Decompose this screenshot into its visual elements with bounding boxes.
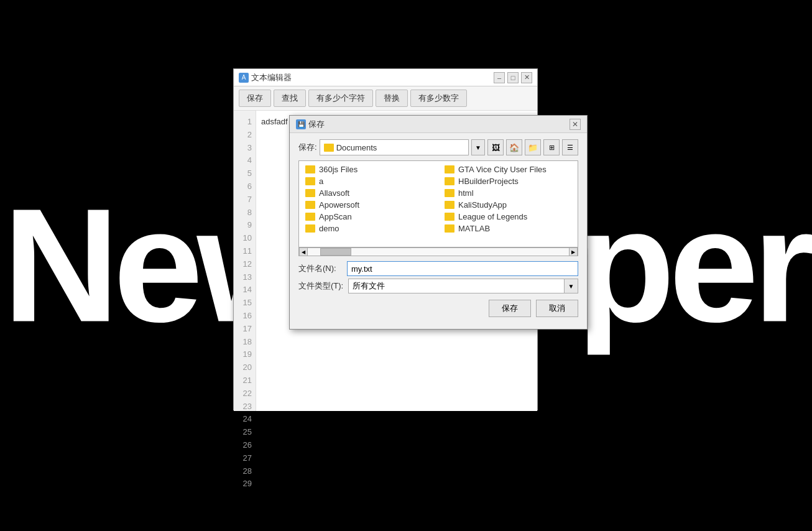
line-num-22: 22 [238,387,252,400]
filetype-row: 文件类型(T): 所有文件 ▼ [298,279,578,293]
filename-label: 文件名(N): [298,263,342,274]
dialog-cancel-button[interactable]: 取消 [536,300,578,317]
minimize-button[interactable]: – [494,72,505,83]
location-path-text: Documents [336,143,377,152]
folder-icon-gta [445,165,454,173]
scroll-thumb[interactable] [320,248,351,256]
toolbar-photo-icon[interactable]: 🖼 [487,139,504,155]
file-list-right: GTA Vice City User Files HBuilderProject… [438,161,578,247]
filetype-dropdown-button[interactable]: ▼ [565,279,578,293]
folder-icon-appscan [305,213,315,221]
file-list-left: 360js Files a Allavsoft Apowersoft AppSc… [299,161,438,247]
folder-icon-matlab [445,224,454,233]
line-num-16: 16 [238,310,252,323]
save-dialog: 💾 保存 ✕ 保存: Documents ▼ 🖼 🏠 📁 ⊞ ☰ [289,115,588,330]
file-item-appscan-label: AppScan [319,212,352,221]
folder-icon-html [445,189,454,197]
toolbar-grid-icon[interactable]: ⊞ [543,139,560,155]
line-num-10: 10 [238,232,252,245]
horizontal-scrollbar[interactable]: ◀ ▶ [298,247,578,256]
file-item-lol[interactable]: League of Legends [438,211,578,223]
line-numbers: 1 2 3 4 5 6 7 8 9 10 11 12 13 14 15 16 1… [234,111,256,411]
file-list-area: 360js Files a Allavsoft Apowersoft AppSc… [298,160,578,247]
file-item-apowersoft[interactable]: Apowersoft [299,199,438,211]
dialog-titlebar: 💾 保存 ✕ [290,116,587,133]
close-button[interactable]: ✕ [521,72,532,83]
filetype-wrapper: 所有文件 ▼ [348,279,578,293]
file-item-gta[interactable]: GTA Vice City User Files [438,164,578,175]
line-num-12: 12 [238,258,252,271]
location-dropdown-button[interactable]: ▼ [471,139,485,155]
line-num-19: 19 [238,348,252,361]
char-count-toolbar-button[interactable]: 有多少个字符 [308,90,373,107]
filetype-label: 文件类型(T): [298,280,343,292]
line-num-26: 26 [238,439,252,452]
replace-toolbar-button[interactable]: 替换 [376,90,408,107]
scroll-track[interactable] [308,248,569,256]
title-icon: A [239,73,249,83]
folder-icon-allavsoft [305,189,315,197]
dialog-save-button[interactable]: 保存 [489,300,531,317]
line-num-24: 24 [238,413,252,426]
dialog-body: 保存: Documents ▼ 🖼 🏠 📁 ⊞ ☰ 360js Files [290,133,587,323]
line-num-4: 4 [238,154,252,167]
maximize-button[interactable]: □ [507,72,519,83]
location-label: 保存: [298,142,317,153]
line-num-6: 6 [238,180,252,193]
toolbar-newdir-icon[interactable]: 📁 [525,139,541,155]
file-item-appscan[interactable]: AppScan [299,211,438,223]
line-num-8: 8 [238,206,252,219]
save-toolbar-button[interactable]: 保存 [239,90,271,107]
file-item-kali[interactable]: KaliStudyApp [438,199,578,211]
line-num-9: 9 [238,219,252,232]
filename-input[interactable] [347,261,578,276]
line-num-27: 27 [238,452,252,465]
file-item-hbuilder[interactable]: HBuilderProjects [438,175,578,187]
line-num-29: 29 [238,478,252,491]
scroll-right-button[interactable]: ▶ [569,247,578,256]
line-num-7: 7 [238,193,252,206]
file-item-matlab[interactable]: MATLAB [438,223,578,234]
file-item-apowersoft-label: Apowersoft [319,200,359,210]
line-num-13: 13 [238,271,252,284]
line-num-21: 21 [238,374,252,387]
window-titlebar: A 文本编辑器 – □ ✕ [234,69,537,86]
toolbar-home-icon[interactable]: 🏠 [506,139,522,155]
num-count-toolbar-button[interactable]: 有多少数字 [410,90,467,107]
file-item-allavsoft-label: Allavsoft [319,188,349,198]
folder-icon-kali [445,201,454,209]
window-title-text: 文本编辑器 [251,72,292,83]
folder-icon-lol [445,213,454,221]
file-item-360js-label: 360js Files [319,165,358,174]
find-toolbar-button[interactable]: 查找 [274,90,306,107]
line-num-17: 17 [238,323,252,336]
filetype-value: 所有文件 [353,280,385,292]
line-num-14: 14 [238,284,252,297]
dialog-close-button[interactable]: ✕ [570,119,581,130]
file-item-360js[interactable]: 360js Files [299,164,438,175]
folder-icon-demo [305,224,315,233]
file-item-html[interactable]: html [438,187,578,199]
location-row: 保存: Documents ▼ 🖼 🏠 📁 ⊞ ☰ [298,139,578,155]
dialog-title-text: 💾 保存 [296,119,325,130]
dialog-buttons: 保存 取消 [298,300,578,317]
folder-icon [324,144,334,152]
location-input[interactable]: Documents [320,139,469,155]
line-num-5: 5 [238,167,252,180]
filetype-select[interactable]: 所有文件 [348,279,565,293]
file-item-demo[interactable]: demo [299,223,438,234]
file-item-hbuilder-label: HBuilderProjects [458,177,519,186]
line-num-20: 20 [238,361,252,374]
file-item-gta-label: GTA Vice City User Files [458,165,547,174]
file-item-allavsoft[interactable]: Allavsoft [299,187,438,199]
line-num-18: 18 [238,336,252,349]
filename-row: 文件名(N): [298,261,578,276]
toolbar-list-icon[interactable]: ☰ [562,139,578,155]
file-item-a[interactable]: a [299,175,438,187]
dialog-title-icon: 💾 [296,119,306,129]
file-item-lol-label: League of Legends [458,212,527,221]
line-num-28: 28 [238,465,252,478]
scroll-left-button[interactable]: ◀ [299,247,308,256]
line-num-23: 23 [238,400,252,413]
toolbar: 保存 查找 有多少个字符 替换 有多少数字 [234,86,537,111]
